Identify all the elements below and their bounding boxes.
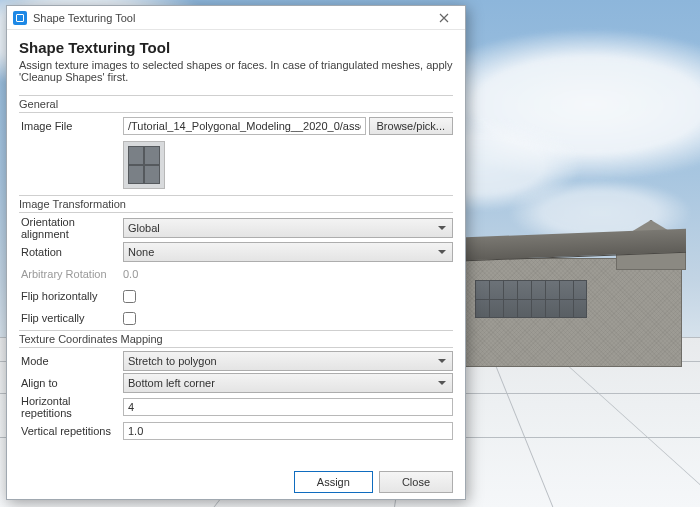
dialog-title: Shape Texturing Tool bbox=[33, 12, 423, 24]
shape-texturing-dialog: Shape Texturing Tool Shape Texturing Too… bbox=[6, 5, 466, 500]
mode-select[interactable]: Stretch to polygon bbox=[123, 351, 453, 371]
page-title: Shape Texturing Tool bbox=[19, 39, 453, 56]
close-icon[interactable] bbox=[429, 6, 459, 29]
window-row bbox=[475, 280, 587, 318]
group-general: General bbox=[19, 95, 453, 113]
flip-vertical-checkbox[interactable] bbox=[123, 312, 136, 325]
label-flip-h: Flip horizontally bbox=[19, 290, 123, 302]
orientation-select[interactable]: Global bbox=[123, 218, 453, 238]
app-icon bbox=[13, 11, 27, 25]
v-reps-field[interactable] bbox=[123, 422, 453, 440]
label-align-to: Align to bbox=[19, 377, 123, 389]
label-v-reps: Vertical repetitions bbox=[19, 425, 123, 437]
label-orientation: Orientation alignment bbox=[19, 216, 123, 240]
assign-button[interactable]: Assign bbox=[294, 471, 373, 493]
browse-button[interactable]: Browse/pick... bbox=[369, 117, 453, 135]
label-mode: Mode bbox=[19, 355, 123, 367]
align-to-select[interactable]: Bottom left corner bbox=[123, 373, 453, 393]
close-button[interactable]: Close bbox=[379, 471, 453, 493]
flip-horizontal-checkbox[interactable] bbox=[123, 290, 136, 303]
h-reps-field[interactable] bbox=[123, 398, 453, 416]
dialog-footer: Assign Close bbox=[19, 465, 453, 493]
rotation-select[interactable]: None bbox=[123, 242, 453, 262]
label-flip-v: Flip vertically bbox=[19, 312, 123, 324]
group-tex-coords: Texture Coordinates Mapping bbox=[19, 330, 453, 348]
image-file-field[interactable] bbox=[123, 117, 366, 135]
arb-rotation-value: 0.0 bbox=[123, 268, 138, 280]
group-image-transform: Image Transformation bbox=[19, 195, 453, 213]
page-subtitle: Assign texture images to selected shapes… bbox=[19, 59, 453, 83]
building-model bbox=[457, 222, 682, 367]
label-h-reps: Horizontal repetitions bbox=[19, 395, 123, 419]
label-image-file: Image File bbox=[19, 120, 123, 132]
dialog-titlebar[interactable]: Shape Texturing Tool bbox=[7, 6, 465, 30]
texture-thumbnail bbox=[123, 141, 165, 189]
label-rotation: Rotation bbox=[19, 246, 123, 258]
label-arb-rotation: Arbitrary Rotation bbox=[19, 268, 123, 280]
